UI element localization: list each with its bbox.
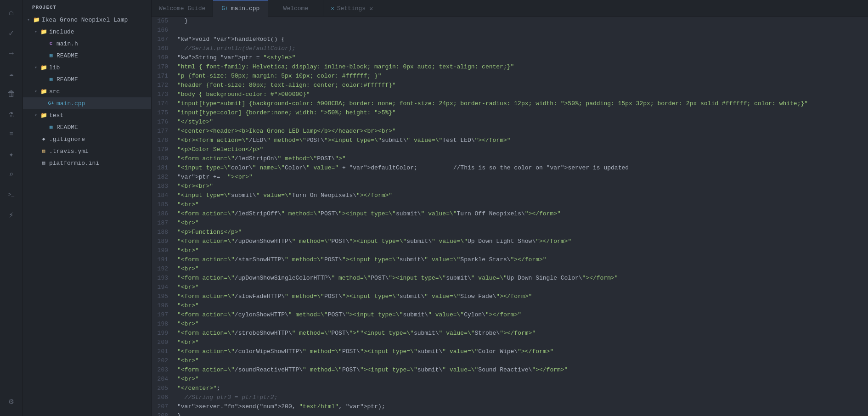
line-num: 208 [155,411,168,416]
code-line: "<br><br>" [177,182,868,191]
code-line: "<br>" [177,320,868,329]
code-line: "html { font-family: Helvetica; display:… [177,62,868,72]
code-line: "<br>" [177,264,868,274]
folder-icon: 📁 [39,28,48,35]
line-num: 195 [155,292,168,301]
sidebar-item-ikea-grono[interactable]: ▾📁Ikea Grono Neopixel Lamp [23,14,151,26]
readme-icon: ▦ [47,52,55,59]
code-line: //String ptr3 = ptr1+ptr2; [177,393,868,402]
code-line: "var">ptr += "><br>" [177,173,868,182]
tab-label: Settings [337,5,366,12]
editor-area: 1651661671681691701711721731741751761771… [152,17,868,416]
list-icon[interactable]: ≡ [2,125,21,143]
extensions-icon[interactable]: ✦ [2,145,21,163]
sidebar-item-include[interactable]: ▾📁include [23,26,151,38]
tab-label: Welcome [283,5,309,12]
code-line: "<form action=\"/slowFadeHTTP\" method=\… [177,292,868,301]
line-num: 201 [155,347,168,356]
sidebar-item-readme2[interactable]: ▦README [23,73,151,85]
sidebar-item-lib[interactable]: ▾📁lib [23,62,151,73]
code-line: "<br>" [177,301,868,310]
line-num: 166 [155,26,168,35]
code-line: "<center><header><b>Ikea Grono LED Lamp<… [177,127,868,136]
sidebar-item-platformio[interactable]: ▤platformio.ini [23,157,151,169]
plugin-icon[interactable]: ⚡ [2,206,21,224]
line-num: 207 [155,402,168,411]
tab-icon: G+ [222,6,228,12]
home-icon[interactable]: ⌂ [2,4,21,22]
sidebar-item-test[interactable]: ▾📁test [23,109,151,121]
sidebar-item-main-h[interactable]: Cmain.h [23,38,151,50]
line-num: 186 [155,209,168,219]
line-num: 185 [155,200,168,209]
code-line: "<form action=\"/colorWipeShowHTTP\" met… [177,347,868,356]
arrow-icon[interactable]: → [2,44,21,62]
activity-bar: ⌂ ✓ → ☁ 🗑 ⚗ ≡ ✦ ⌕ >_ ⚡ ⚙ [0,0,23,416]
line-num: 188 [155,228,168,237]
sidebar-item-readme1[interactable]: ▦README [23,50,151,62]
code-content[interactable]: }"kw">void "var">handleRoot() { //Serial… [174,17,868,416]
line-num: 202 [155,356,168,365]
readme-icon: ▦ [47,76,55,83]
h-icon: C [47,40,55,47]
code-line: "</center>"; [177,384,868,393]
code-line: "<form action=\"/cylonShowHTTP\" method=… [177,310,868,320]
line-num: 196 [155,301,168,310]
line-num: 206 [155,393,168,402]
sidebar-item-gitignore[interactable]: ◆.gitignore [23,133,151,145]
cloud-icon[interactable]: ☁ [2,64,21,83]
code-line: "</style>" [177,118,868,127]
settings-icon[interactable]: ⚙ [2,392,21,410]
line-num: 183 [155,182,168,191]
line-num: 184 [155,191,168,200]
code-line: "header {font-size: 80px; text-align: ce… [177,81,868,90]
line-num: 171 [155,72,168,81]
folder-icon: 📁 [39,64,48,71]
code-line: //Serial.println(defaultColor); [177,44,868,53]
code-line: "<br>" [177,283,868,292]
line-num: 189 [155,237,168,246]
code-line: "p {font-size: 50px; margin: 5px 10px; c… [177,72,868,81]
tab-welcome-guide[interactable]: Welcome Guide [152,0,213,17]
sidebar-item-main-cpp[interactable]: G+main.cpp [23,97,151,109]
line-num: 193 [155,274,168,283]
tab-bar: Welcome GuideG+ main.cppWelcome✕ Setting… [152,0,868,17]
code-line: "body { background-color: #">000000}" [177,90,868,99]
code-line: "<form action=\"/ledStripOn\" method=\"P… [177,154,868,163]
sidebar-title: Project [23,0,151,14]
line-num: 203 [155,365,168,375]
sidebar: Project ▾📁Ikea Grono Neopixel Lamp▾📁incl… [23,0,152,416]
sidebar-item-src[interactable]: ▾📁src [23,85,151,97]
folder-icon: 📁 [32,17,40,23]
line-num: 178 [155,136,168,145]
line-numbers: 1651661671681691701711721731741751761771… [152,17,174,416]
line-num: 176 [155,118,168,127]
git-icon: ◆ [39,136,48,142]
line-num: 165 [155,17,168,26]
code-line: "<form action=\"/ledStripOff\" method=\"… [177,209,868,219]
line-num: 192 [155,264,168,274]
tab-icon: ✕ [331,5,334,12]
search-icon[interactable]: ⌕ [2,165,21,184]
trash-icon[interactable]: 🗑 [2,84,21,103]
code-line: "<form action=\"/upDownShowHTTP\" method… [177,237,868,246]
code-line: "<br>" [177,375,868,384]
line-num: 204 [155,375,168,384]
sidebar-item-readme3[interactable]: ▦README [23,121,151,133]
tab-close-icon[interactable]: ✕ [369,5,373,12]
tab-main.cpp[interactable]: G+ main.cpp [213,0,268,17]
line-num: 172 [155,81,168,90]
code-line: "<form action=\"/soundReactiveHTTP\" met… [177,365,868,375]
line-num: 191 [155,255,168,264]
code-line: "<p>Color Selection</p>" [177,145,868,154]
code-line: "<form action=\"/strobeShowHTTP\" method… [177,329,868,338]
code-line: "<input type=\"color\" name=\"Color\" va… [177,163,868,173]
tab-settings[interactable]: ✕ Settings ✕ [323,0,381,17]
code-line: "<input type=\"submit\" value=\"Turn On … [177,191,868,200]
line-num: 194 [155,283,168,292]
check-icon[interactable]: ✓ [2,24,21,42]
flask-icon[interactable]: ⚗ [2,105,21,123]
tab-welcome[interactable]: Welcome [268,0,323,17]
terminal-icon[interactable]: >_ [2,186,21,204]
sidebar-item-travis[interactable]: ▤.travis.yml [23,145,151,157]
